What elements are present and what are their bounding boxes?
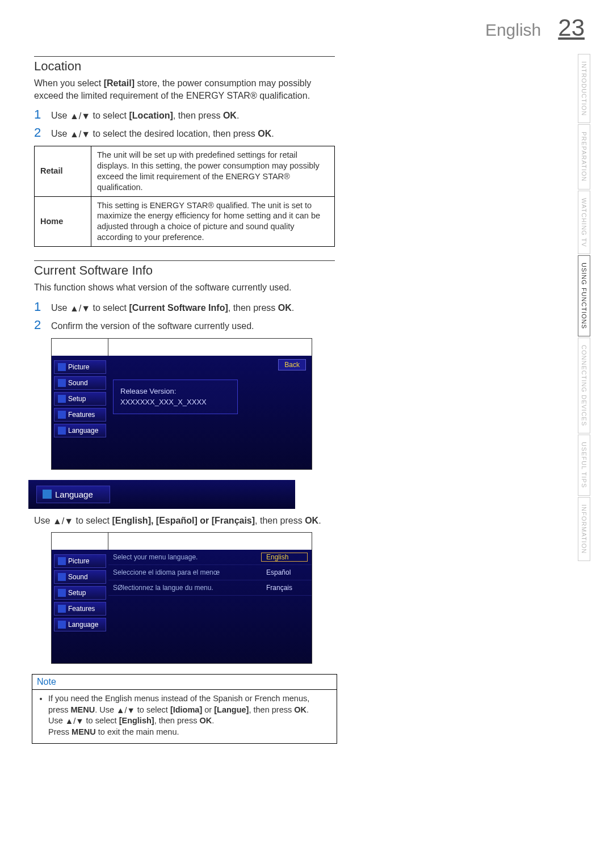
release-value: XXXXXXX_XXX_X_XXXX xyxy=(120,397,230,408)
tv-menu-software: Picture Sound Setup Features Language Ba… xyxy=(51,338,312,470)
release-label: Release Version: xyxy=(120,386,230,397)
sidebar-item-sound[interactable]: Sound xyxy=(54,376,106,390)
location-step-2: 2 Use ▲/▼ to select the desired location… xyxy=(34,125,335,140)
lang-row-espanol[interactable]: Seleccione el idioma para el menœ Españo… xyxy=(108,565,312,580)
note-body: If you need the English menus instead of… xyxy=(32,690,337,743)
picture-icon xyxy=(58,557,66,565)
sidebar-item-setup[interactable]: Setup xyxy=(54,586,106,600)
features-icon xyxy=(58,411,66,419)
tv-menu-language: Picture Sound Setup Features Language Se… xyxy=(51,532,312,664)
software-step-2: 2 Confirm the version of the software cu… xyxy=(34,318,335,332)
lang-row-francais[interactable]: SØlectionnez la langue du menu. Français xyxy=(108,580,312,596)
tab-introduction[interactable]: INTRODUCTION xyxy=(578,54,590,123)
tab-useful-tips[interactable]: USEFUL TIPS xyxy=(578,435,590,495)
sidebar-item-language[interactable]: Language xyxy=(54,618,106,631)
content-column: Location When you select [Retail] store,… xyxy=(34,43,335,744)
location-steps: 1 Use ▲/▼ to select [Location], then pre… xyxy=(34,107,335,140)
sidebar-item-language[interactable]: Language xyxy=(54,424,106,437)
tv-main-panel: Select your menu language. English Selec… xyxy=(108,550,312,663)
software-step-1: 1 Use ▲/▼ to select [Current Software In… xyxy=(34,300,335,314)
side-tabs: INTRODUCTION PREPARATION WATCHING TV USI… xyxy=(578,54,590,561)
header-language: English xyxy=(485,20,541,40)
location-table: Retail The unit will be set up with pred… xyxy=(34,146,335,247)
software-title: Current Software Info xyxy=(34,260,335,278)
tab-connecting-devices[interactable]: CONNECTING DEVICES xyxy=(578,338,590,433)
location-title: Location xyxy=(34,56,335,74)
language-header-inner: Language xyxy=(36,486,110,503)
language-bar-label: Language xyxy=(55,490,93,499)
table-row: Home This setting is ENERGY STAR® qualif… xyxy=(35,196,335,246)
software-intro: This function shows what version of the … xyxy=(34,281,335,294)
language-icon xyxy=(58,427,66,435)
language-header-bar: Language xyxy=(28,480,295,509)
tab-preparation[interactable]: PREPARATION xyxy=(578,124,590,189)
page-number: 23 xyxy=(558,14,585,41)
tab-watching-tv[interactable]: WATCHING TV xyxy=(578,191,590,255)
release-info-box: Release Version: XXXXXXX_XXX_X_XXXX xyxy=(113,380,238,414)
location-step-1: 1 Use ▲/▼ to select [Location], then pre… xyxy=(34,107,335,122)
sidebar-item-picture[interactable]: Picture xyxy=(54,554,106,568)
language-instruction: Use ▲/▼ to select [English], [Español] o… xyxy=(34,515,335,527)
note-header: Note xyxy=(32,675,337,690)
note-box: Note If you need the English menus inste… xyxy=(32,674,337,744)
page-header: English 23 xyxy=(485,14,585,41)
table-row: Retail The unit will be set up with pred… xyxy=(35,146,335,196)
note-line: If you need the English menus instead of… xyxy=(48,693,331,738)
tv-main-panel: Back Release Version: XXXXXXX_XXX_X_XXXX xyxy=(108,356,312,469)
features-icon xyxy=(58,605,66,613)
flag-icon xyxy=(43,490,52,499)
software-steps: 1 Use ▲/▼ to select [Current Software In… xyxy=(34,300,335,332)
language-icon xyxy=(58,621,66,629)
lang-row-english[interactable]: Select your menu language. English xyxy=(108,550,312,565)
sound-icon xyxy=(58,379,66,387)
picture-icon xyxy=(58,363,66,371)
location-intro: When you select [Retail] store, the powe… xyxy=(34,77,335,102)
setup-icon xyxy=(58,589,66,597)
back-button[interactable]: Back xyxy=(278,359,306,370)
tab-information[interactable]: INFORMATION xyxy=(578,497,590,561)
sidebar-item-picture[interactable]: Picture xyxy=(54,360,106,374)
setup-icon xyxy=(58,395,66,403)
sidebar-item-sound[interactable]: Sound xyxy=(54,570,106,584)
tv-sidebar: Picture Sound Setup Features Language xyxy=(52,356,108,469)
sidebar-item-features[interactable]: Features xyxy=(54,602,106,616)
tab-using-functions[interactable]: USING FUNCTIONS xyxy=(578,255,590,336)
sidebar-item-features[interactable]: Features xyxy=(54,408,106,422)
sound-icon xyxy=(58,573,66,581)
sidebar-item-setup[interactable]: Setup xyxy=(54,392,106,406)
tv-sidebar: Picture Sound Setup Features Language xyxy=(52,550,108,663)
